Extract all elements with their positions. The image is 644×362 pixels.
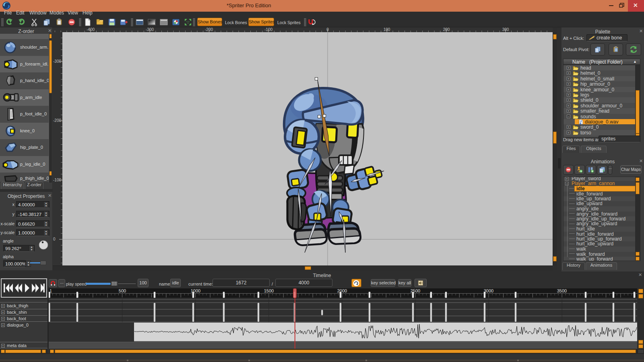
svg-text:2500: 2500 bbox=[411, 288, 420, 293]
svg-text:-300: -300 bbox=[146, 27, 154, 32]
svg-text:-400: -400 bbox=[87, 27, 95, 32]
svg-text:-200: -200 bbox=[53, 118, 61, 123]
svg-text:-300: -300 bbox=[53, 59, 61, 64]
svg-text:-100: -100 bbox=[53, 178, 61, 182]
svg-text:200: 200 bbox=[443, 27, 450, 32]
svg-text:-200: -200 bbox=[205, 27, 213, 32]
svg-text:0: 0 bbox=[326, 27, 329, 32]
svg-text:1000: 1000 bbox=[191, 288, 200, 293]
svg-text:300: 300 bbox=[502, 27, 509, 32]
svg-text:1500: 1500 bbox=[264, 288, 274, 293]
svg-text:0: 0 bbox=[53, 237, 56, 241]
svg-text:100: 100 bbox=[384, 27, 390, 32]
svg-text:-100: -100 bbox=[264, 27, 272, 32]
svg-text:500: 500 bbox=[119, 288, 126, 293]
svg-text:2000: 2000 bbox=[337, 288, 347, 293]
svg-text:3500: 3500 bbox=[557, 288, 567, 293]
